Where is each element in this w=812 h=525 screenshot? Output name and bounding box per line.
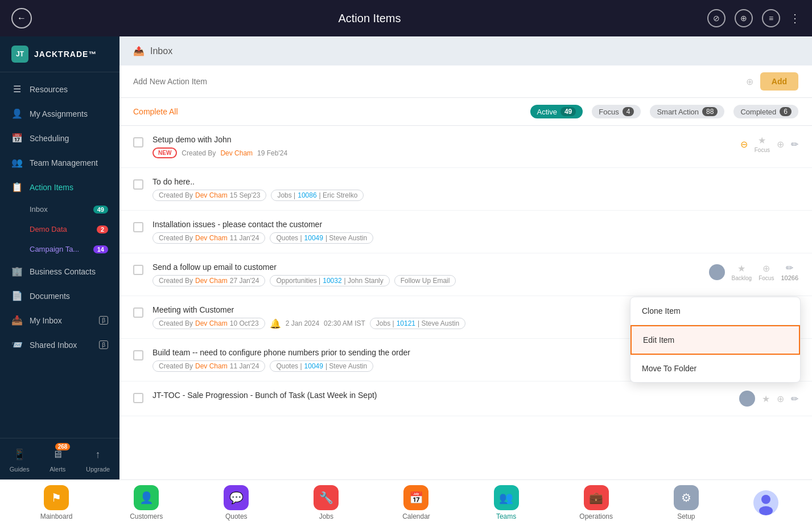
sidebar-item-resources[interactable]: ☰ Resources bbox=[0, 77, 119, 101]
filter-smart-action-label: Smart Action bbox=[657, 108, 699, 116]
sidebar-logo: JT JACKTRADE™ bbox=[0, 36, 119, 72]
item-1-action-star: ★ Focus bbox=[755, 135, 770, 153]
sidebar-label-shared-inbox: Shared Inbox bbox=[30, 341, 77, 350]
logo-icon: JT bbox=[11, 46, 28, 63]
sidebar-item-my-assignments[interactable]: 👤 My Assignments bbox=[0, 101, 119, 126]
item-6-creator[interactable]: Dev Cham bbox=[195, 362, 228, 370]
guides-button[interactable]: 📱 Guides bbox=[10, 445, 30, 473]
minus-icon-1[interactable]: ⊖ bbox=[740, 139, 748, 150]
profile-avatar[interactable] bbox=[753, 490, 778, 515]
filter-active[interactable]: Active 49 bbox=[530, 105, 583, 118]
bottom-nav: ⚑ Mainboard 👤 Customers 💬 Quotes 🔧 Jobs … bbox=[0, 479, 812, 525]
sidebar-item-action-items[interactable]: 📋 Action Items bbox=[0, 175, 119, 199]
item-4-focus-label: Focus bbox=[759, 275, 774, 281]
bottom-nav-operations[interactable]: 💼 Operations bbox=[574, 485, 619, 520]
item-2-tag-1: Created By Dev Cham 15 Sep'23 bbox=[152, 190, 266, 201]
edit-icon-1[interactable]: ✏ bbox=[791, 139, 798, 150]
bottom-nav-jobs[interactable]: 🔧 Jobs bbox=[303, 485, 349, 520]
item-7-checkbox[interactable] bbox=[133, 393, 143, 403]
sidebar-nav: ☰ Resources 👤 My Assignments 📅 Schedulin… bbox=[0, 72, 119, 438]
item-7-content: JT-TOC - Sale Progression - Bunch of Tas… bbox=[152, 391, 730, 403]
context-move-to-folder[interactable]: Move To Folder bbox=[630, 355, 800, 382]
complete-all-button[interactable]: Complete All bbox=[133, 107, 178, 116]
item-4-actions: ★ Backlog ⊕ Focus ✏ 10266 bbox=[709, 262, 798, 281]
item-5-creator[interactable]: Dev Cham bbox=[195, 319, 228, 327]
calendar-label: Calendar bbox=[402, 512, 430, 520]
bottom-nav-customers[interactable]: 👤 Customers bbox=[123, 485, 169, 520]
star-icon-4[interactable]: ★ bbox=[737, 263, 745, 274]
plus-icon-4[interactable]: ⊕ bbox=[762, 263, 770, 274]
bottom-nav-teams[interactable]: 👥 Teams bbox=[484, 485, 529, 520]
add-button[interactable]: ⊕ bbox=[735, 9, 753, 27]
item-1-meta: NEW Created By Dev Cham 19 Feb'24 bbox=[152, 147, 731, 158]
sidebar-item-team-management[interactable]: 👥 Team Management bbox=[0, 150, 119, 175]
item-4-creator[interactable]: Dev Cham bbox=[195, 277, 228, 285]
sidebar-label-team-management: Team Management bbox=[30, 158, 98, 167]
item-1-checkbox[interactable] bbox=[133, 137, 143, 147]
item-3-title: Installation issues - please contact the… bbox=[152, 220, 798, 229]
item-4-checkbox[interactable] bbox=[133, 265, 143, 275]
item-1-creator[interactable]: Dev Cham bbox=[220, 149, 253, 157]
add-item-input[interactable] bbox=[133, 77, 739, 86]
item-5-job-link[interactable]: 10121 bbox=[397, 319, 415, 327]
item-2-checkbox[interactable] bbox=[133, 179, 143, 190]
sidebar-item-business-contacts[interactable]: 🏢 Business Contacts bbox=[0, 259, 119, 284]
item-3-creator[interactable]: Dev Cham bbox=[195, 234, 228, 242]
item-1-action-edit: ✏ bbox=[791, 139, 798, 150]
sidebar-label-scheduling: Scheduling bbox=[30, 134, 69, 143]
sidebar-item-documents[interactable]: 📄 Documents bbox=[0, 284, 119, 308]
sidebar-label-resources: Resources bbox=[30, 85, 68, 94]
scheduling-icon: 📅 bbox=[11, 133, 23, 143]
inbox-header-title: Inbox bbox=[150, 46, 172, 56]
sidebar-sub-inbox[interactable]: Inbox 49 bbox=[0, 199, 119, 219]
item-3-checkbox[interactable] bbox=[133, 222, 143, 232]
sidebar-item-my-inbox[interactable]: 📥 My Inbox β bbox=[0, 308, 119, 333]
plus-icon-7[interactable]: ⊕ bbox=[777, 393, 784, 404]
teams-label: Teams bbox=[496, 512, 516, 520]
item-6-quote-link[interactable]: 10049 bbox=[304, 362, 323, 370]
table-row: JT-TOC - Sale Progression - Bunch of Tas… bbox=[119, 382, 812, 416]
item-3-quote-link[interactable]: 10049 bbox=[304, 234, 323, 242]
dots-button[interactable]: ⋮ bbox=[789, 11, 801, 25]
item-4-avatar bbox=[709, 264, 725, 280]
sidebar-item-shared-inbox[interactable]: 📨 Shared Inbox β bbox=[0, 333, 119, 357]
edit-icon-4[interactable]: ✏ bbox=[786, 262, 793, 273]
campaign-badge: 14 bbox=[93, 245, 108, 253]
alerts-icon: 🖥 268 bbox=[48, 445, 67, 464]
alerts-button[interactable]: 🖥 268 Alerts bbox=[48, 445, 67, 473]
sidebar-sub-demo-label: Demo Data bbox=[30, 225, 67, 233]
alerts-label: Alerts bbox=[50, 466, 65, 473]
bottom-nav-calendar[interactable]: 📅 Calendar bbox=[393, 485, 439, 520]
item-6-checkbox[interactable] bbox=[133, 350, 143, 360]
menu-button[interactable]: ≡ bbox=[762, 9, 780, 27]
edit-icon-7[interactable]: ✏ bbox=[791, 393, 798, 404]
star-icon-1[interactable]: ★ bbox=[758, 135, 766, 146]
filter-focus[interactable]: Focus 4 bbox=[592, 105, 641, 118]
documents-icon: 📄 bbox=[11, 290, 23, 301]
item-5-checkbox[interactable] bbox=[133, 307, 143, 318]
plus-icon-1[interactable]: ⊕ bbox=[777, 139, 784, 150]
back-button[interactable]: ← bbox=[11, 8, 32, 28]
teams-icon: 👥 bbox=[494, 485, 519, 510]
star-icon-7[interactable]: ★ bbox=[762, 393, 770, 404]
item-4-backlog-col: ★ Backlog bbox=[732, 263, 752, 281]
items-list: Setup demo with John NEW Created By Dev … bbox=[119, 126, 812, 479]
item-2-creator[interactable]: Dev Cham bbox=[195, 191, 228, 199]
sidebar-sub-demo-data[interactable]: Demo Data 2 bbox=[0, 219, 119, 239]
table-row: To do here.. Created By Dev Cham 15 Sep'… bbox=[119, 168, 812, 211]
item-4-opp-link[interactable]: 10032 bbox=[323, 277, 341, 285]
context-clone-item[interactable]: Clone Item bbox=[630, 297, 800, 325]
bottom-nav-setup[interactable]: ⚙ Setup bbox=[663, 485, 709, 520]
item-5-alarm-date: 2 Jan 2024 bbox=[286, 319, 319, 327]
bottom-nav-mainboard[interactable]: ⚑ Mainboard bbox=[34, 485, 79, 520]
filter-button[interactable]: ⊘ bbox=[707, 9, 726, 27]
context-edit-item[interactable]: Edit Item bbox=[630, 325, 800, 355]
sidebar-item-scheduling[interactable]: 📅 Scheduling bbox=[0, 126, 119, 150]
sidebar-sub-campaign[interactable]: Campaign Ta... 14 bbox=[0, 239, 119, 259]
filter-smart-action[interactable]: Smart Action 88 bbox=[650, 105, 724, 118]
filter-completed[interactable]: Completed 6 bbox=[733, 105, 798, 118]
upgrade-button[interactable]: ↑ Upgrade bbox=[86, 445, 110, 473]
add-item-button[interactable]: Add bbox=[760, 72, 798, 91]
bottom-nav-quotes[interactable]: 💬 Quotes bbox=[213, 485, 259, 520]
item-2-job-link[interactable]: 10086 bbox=[298, 191, 316, 199]
